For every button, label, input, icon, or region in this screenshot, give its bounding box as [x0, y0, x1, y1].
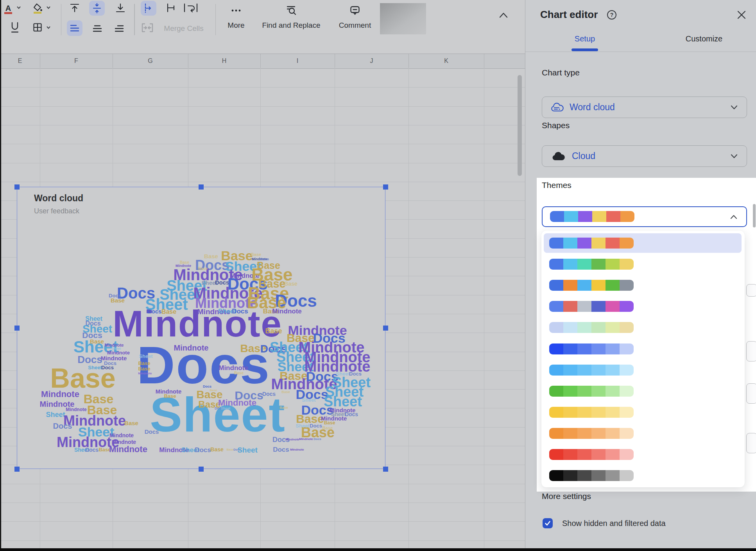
column-header-partial[interactable]	[484, 54, 525, 68]
theme-option-11[interactable]	[544, 445, 742, 464]
theme-color-segment	[591, 449, 606, 460]
theme-option-12[interactable]	[544, 466, 742, 485]
theme-color-segment	[591, 238, 606, 249]
theme-option-9[interactable]	[544, 403, 742, 422]
theme-option-2[interactable]	[544, 254, 742, 274]
cloud-word: Mindnote	[299, 438, 313, 441]
column-header-J[interactable]: J	[335, 54, 409, 68]
column-header-G[interactable]: G	[113, 54, 188, 68]
theme-color-segment	[606, 449, 620, 460]
theme-option-1[interactable]	[544, 233, 742, 253]
merge-cells-button[interactable]	[140, 22, 155, 34]
theme-color-segment	[577, 322, 591, 333]
theme-color-segment	[620, 449, 634, 460]
selection-handle[interactable]	[383, 326, 388, 331]
text-overflow-icon	[143, 3, 154, 14]
theme-color-segment	[591, 259, 606, 270]
comment-button[interactable]	[349, 5, 361, 16]
column-header-F[interactable]: F	[40, 54, 113, 68]
theme-color-segment	[577, 343, 591, 354]
column-header-H[interactable]: H	[188, 54, 261, 68]
font-color-dropdown-chevron[interactable]	[16, 4, 22, 11]
fill-color-dropdown-chevron[interactable]	[45, 4, 52, 11]
chart-type-value: Word cloud	[570, 102, 615, 113]
tab-setup[interactable]: Setup	[575, 34, 595, 43]
check-icon	[544, 520, 551, 527]
selection-handle[interactable]	[383, 184, 388, 190]
cloud-word: Docs	[310, 423, 322, 428]
fill-color-button[interactable]	[31, 2, 44, 15]
selection-handle[interactable]	[14, 326, 20, 331]
app-window: A	[0, 0, 756, 551]
word-cloud-chart[interactable]: Word cloud User feedback MindnoteDocsShe…	[17, 187, 385, 469]
column-header-I[interactable]: I	[260, 54, 335, 68]
tab-customize[interactable]: Customize	[686, 34, 722, 43]
cloud-word: Base	[251, 252, 261, 257]
text-clip-button[interactable]	[165, 2, 177, 14]
cloud-word: Sheet	[139, 354, 152, 359]
theme-option-7[interactable]	[544, 360, 742, 380]
cloud-word: Base	[138, 366, 150, 371]
hidden-field-edge	[746, 284, 756, 297]
underline-button[interactable]	[9, 21, 21, 34]
tab-active-indicator	[571, 48, 598, 51]
panel-scrollbar-thumb[interactable]	[753, 204, 756, 227]
font-color-button[interactable]: A	[2, 3, 14, 15]
help-icon[interactable]: ?	[607, 10, 617, 20]
theme-color-segment	[550, 211, 564, 222]
selection-handle[interactable]	[14, 467, 20, 472]
sheet-scrollbar-thumb[interactable]	[518, 75, 522, 176]
theme-option-10[interactable]	[544, 424, 742, 443]
text-overflow-button[interactable]	[141, 1, 156, 16]
close-icon[interactable]	[737, 10, 746, 20]
more-button[interactable]	[230, 6, 242, 15]
borders-button[interactable]	[32, 21, 43, 33]
vertical-align-middle-button[interactable]	[89, 1, 105, 16]
font-color-icon: A	[3, 4, 14, 14]
find-replace-button[interactable]	[285, 5, 297, 16]
vertical-align-bottom-button[interactable]	[115, 2, 126, 14]
themes-select[interactable]	[542, 206, 747, 227]
column-header-E[interactable]: E	[0, 54, 40, 68]
cloud-word: Base	[279, 406, 288, 410]
theme-option-3[interactable]	[544, 276, 742, 295]
hidden-field-edge	[746, 383, 756, 404]
fill-color-icon	[32, 3, 43, 14]
window-bottom-edge	[0, 548, 756, 551]
theme-color-segment	[577, 470, 591, 481]
collapse-toolbar-button[interactable]	[497, 10, 510, 20]
theme-color-segment	[563, 428, 577, 439]
theme-option-6[interactable]	[544, 339, 742, 359]
selection-handle[interactable]	[14, 184, 20, 190]
align-right-button[interactable]	[113, 23, 125, 34]
show-hidden-checkbox[interactable]	[543, 518, 553, 528]
theme-color-segment	[606, 470, 620, 481]
theme-option-4[interactable]	[544, 297, 742, 316]
merge-cells-label[interactable]: Merge Cells	[164, 24, 203, 33]
find-replace-icon	[286, 5, 297, 16]
selection-handle[interactable]	[199, 467, 204, 472]
theme-color-segment	[563, 365, 577, 376]
theme-option-8[interactable]	[544, 381, 742, 401]
toolbar: A	[0, 0, 525, 54]
text-rotate-button[interactable]	[182, 2, 199, 14]
comment-label[interactable]: Comment	[339, 21, 371, 30]
theme-color-segment	[591, 470, 606, 481]
vertical-align-top-button[interactable]	[69, 2, 81, 14]
chart-type-select[interactable]: Word cloud	[542, 97, 747, 118]
theme-option-5[interactable]	[544, 318, 742, 337]
theme-color-segment	[563, 343, 577, 354]
chevron-down-icon	[730, 154, 738, 159]
shapes-select[interactable]: Cloud	[542, 145, 747, 167]
cloud-word: Sheet	[221, 407, 231, 410]
selection-handle[interactable]	[199, 184, 204, 190]
find-replace-label[interactable]: Find and Replace	[262, 21, 321, 30]
cloud-word: Docs	[145, 429, 159, 435]
cloud-word: Base	[111, 297, 125, 303]
selection-handle[interactable]	[383, 467, 388, 472]
borders-dropdown-chevron[interactable]	[45, 24, 52, 30]
align-left-button[interactable]	[67, 20, 82, 36]
more-label[interactable]: More	[228, 21, 244, 30]
align-center-button[interactable]	[91, 23, 103, 34]
column-header-K[interactable]: K	[408, 54, 484, 68]
